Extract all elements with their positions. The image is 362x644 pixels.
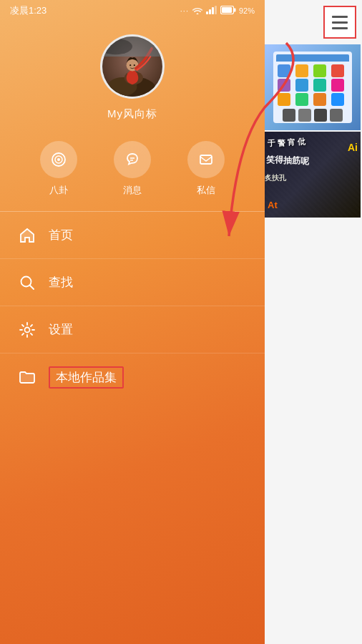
quick-action-message[interactable]: 消息	[114, 141, 151, 197]
sidebar: 凌晨1:23 ···	[0, 0, 265, 644]
settings-label: 设置	[49, 321, 73, 338]
hamburger-line-3	[332, 27, 348, 29]
svg-point-18	[57, 158, 60, 161]
svg-rect-0	[206, 11, 208, 14]
home-icon	[17, 225, 37, 245]
top-image	[265, 44, 361, 130]
status-bar: 凌晨1:23 ···	[0, 0, 265, 20]
nav-item-home[interactable]: 首页	[0, 212, 265, 259]
right-panel: 于 警 宵 仳 笑得抽筋呢 炙扶孔 Ai At	[265, 0, 362, 644]
svg-rect-1	[209, 9, 211, 14]
hamburger-line-1	[332, 16, 348, 18]
status-icons: ···	[180, 6, 255, 16]
search-icon	[17, 273, 37, 293]
svg-rect-2	[212, 7, 214, 14]
message-label: 消息	[123, 184, 142, 197]
private-icon	[187, 141, 225, 178]
svg-rect-3	[215, 6, 217, 14]
user-name: My风向标	[107, 107, 157, 121]
quick-actions: 八卦 消息 私信	[0, 134, 265, 211]
svg-point-12	[129, 64, 131, 66]
hamburger-icon	[332, 16, 348, 29]
quick-action-private[interactable]: 私信	[187, 141, 225, 197]
bottom-image: 于 警 宵 仳 笑得抽筋呢 炙扶孔 Ai At	[265, 132, 361, 218]
bagua-icon	[40, 141, 77, 178]
menu-button[interactable]	[323, 6, 356, 39]
avatar[interactable]	[100, 34, 165, 99]
folder-icon	[17, 367, 37, 387]
svg-rect-6	[222, 7, 232, 13]
search-label: 查找	[49, 274, 73, 291]
battery-icon	[220, 6, 236, 16]
svg-point-13	[134, 64, 135, 66]
signal-bars-icon	[206, 6, 217, 16]
signal-icon: ···	[180, 6, 189, 15]
message-icon	[114, 141, 151, 178]
settings-icon	[17, 320, 37, 340]
avatar-section: My风向标	[0, 20, 265, 134]
svg-point-24	[25, 327, 30, 332]
local-works-label: 本地作品集	[49, 366, 124, 389]
nav-item-settings[interactable]: 设置	[0, 306, 265, 353]
phone-mockup	[265, 44, 361, 130]
quick-action-bagua[interactable]: 八卦	[40, 141, 77, 197]
svg-rect-21	[200, 155, 212, 164]
svg-rect-5	[233, 9, 235, 12]
home-label: 首页	[49, 227, 73, 243]
nav-item-search[interactable]: 查找	[0, 259, 265, 306]
nav-item-local-works[interactable]: 本地作品集	[0, 353, 265, 401]
hamburger-line-2	[332, 21, 348, 24]
nav-menu: 首页 查找 设置	[0, 212, 265, 401]
bagua-label: 八卦	[49, 184, 68, 197]
status-time: 凌晨1:23	[10, 4, 47, 17]
private-label: 私信	[197, 184, 215, 197]
wifi-icon	[192, 6, 203, 16]
battery-percent: 92%	[239, 6, 255, 15]
svg-line-23	[30, 285, 34, 289]
